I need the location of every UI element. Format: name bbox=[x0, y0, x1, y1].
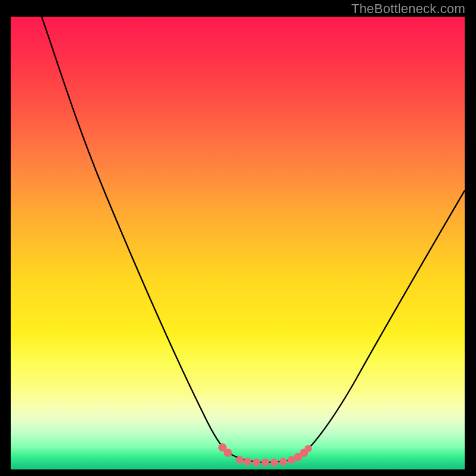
svg-point-5 bbox=[262, 459, 270, 466]
svg-point-4 bbox=[253, 459, 261, 466]
left-curve-line bbox=[42, 17, 227, 452]
chart-svg bbox=[11, 17, 465, 469]
svg-point-1 bbox=[224, 449, 232, 457]
chart-container: TheBottleneck.com bbox=[0, 0, 476, 476]
attribution-text: TheBottleneck.com bbox=[351, 1, 465, 17]
svg-point-2 bbox=[236, 456, 244, 464]
right-curve-line bbox=[304, 190, 465, 453]
svg-point-7 bbox=[280, 458, 287, 466]
svg-point-6 bbox=[271, 459, 278, 466]
svg-point-11 bbox=[305, 445, 312, 452]
svg-point-3 bbox=[244, 458, 252, 466]
plot-area bbox=[11, 17, 465, 469]
